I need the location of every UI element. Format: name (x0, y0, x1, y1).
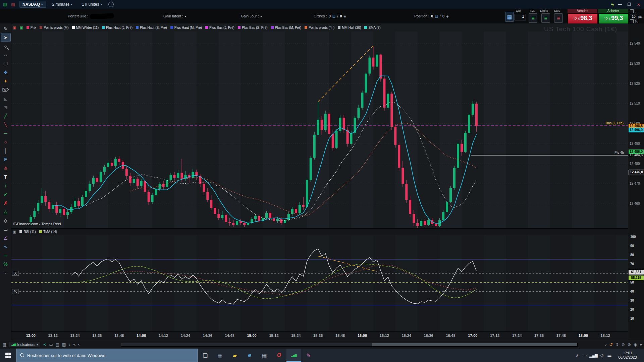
sell-button[interactable]: 12 4 98,3 (568, 13, 598, 24)
quantity-input[interactable]: 1 (515, 14, 526, 20)
copy-tool-icon[interactable]: ❐ (1, 59, 10, 68)
timeframe-dropdown[interactable]: 2 minutes ▾ (49, 1, 76, 8)
share-icon[interactable]: ≺ (43, 342, 46, 347)
tray-keyboard-icon[interactable]: ▬ (605, 353, 613, 357)
rect-tool-icon[interactable]: ▭ (1, 225, 10, 233)
eraser-tool-icon[interactable]: ▱ (1, 51, 10, 59)
cross-tool-icon[interactable]: ✗ (1, 199, 10, 207)
polygon-tool-icon[interactable]: ◇ (1, 216, 10, 225)
legend-item[interactable]: Plus Haut (M, Pré) (170, 26, 202, 29)
legend-item[interactable]: Prix (26, 26, 36, 29)
app-window-button[interactable]: ▦ (213, 349, 227, 362)
tray-expand-icon[interactable]: ∧ (573, 353, 581, 358)
trendline-up-icon[interactable]: ╱ (1, 112, 10, 120)
maximize-button[interactable]: ❐ (626, 1, 633, 7)
zoom-tool-icon[interactable]: ○ (1, 42, 10, 50)
angle-tool-icon[interactable]: ∠ (1, 234, 10, 242)
add-study-icon[interactable]: ▣ (19, 25, 23, 30)
more-tools-icon[interactable]: ⋯ (1, 268, 10, 277)
trading-app-button[interactable]: ▂▅▇ (286, 349, 301, 362)
close-button[interactable]: × (635, 1, 642, 7)
fast-forward-icon[interactable]: » (640, 342, 642, 347)
horizontal-line-icon[interactable]: ─ (1, 129, 10, 137)
orders-list-icon[interactable]: ▤ (332, 14, 335, 18)
price-chart[interactable]: Bas (J, Pré)Piv 4h (11, 32, 628, 228)
taskbar-search-input[interactable]: Rechercher sur le web et dans Windows (16, 349, 198, 362)
shape-dark-icon[interactable]: ◣ (1, 94, 10, 103)
order-ticket-icon[interactable]: ▦ (505, 12, 514, 22)
step-forward-icon[interactable]: › (605, 342, 607, 347)
start-button[interactable] (0, 349, 16, 362)
auto-scale-icon[interactable]: ⇕ (615, 342, 619, 347)
settings-tool-icon[interactable]: ✦ (1, 77, 10, 85)
l-checkbox[interactable] (630, 9, 634, 13)
fast-backward-icon[interactable]: « (73, 342, 75, 347)
text-tool-icon[interactable]: T (1, 173, 10, 181)
file-explorer-button[interactable]: ▰ (227, 349, 242, 362)
triangle-tool-icon[interactable]: △ (1, 207, 10, 216)
vertical-line-icon[interactable]: │ (1, 146, 10, 155)
move-tool-icon[interactable]: ✥ (1, 68, 10, 76)
legend-item[interactable]: MM Wilder (11) (72, 26, 99, 29)
zoom-out-icon[interactable]: ⊖ (622, 342, 625, 347)
cursor-tool-icon[interactable]: ➤ (1, 33, 10, 42)
legend-item[interactable]: RSI (11) (19, 230, 36, 234)
rsi-chart[interactable]: 6040 (11, 235, 628, 331)
wave-tool-icon[interactable]: ∿ (1, 242, 10, 251)
print-icon[interactable]: ▦ (62, 342, 66, 347)
legend-item[interactable]: MM Hull (30) (338, 26, 361, 29)
legend-item[interactable]: Points pivots (M) (40, 26, 68, 29)
units-dropdown[interactable]: 1 k unités ▾ (79, 1, 105, 8)
position-settings-icon[interactable]: ◈ (446, 14, 449, 18)
draw-tool-icon[interactable]: ✎ (1, 24, 10, 33)
ellipse-tool-icon[interactable]: ○ (1, 138, 10, 146)
limit-order-button[interactable]: ≣ (541, 13, 550, 23)
legend-item[interactable]: Points pivots (4h) (305, 26, 334, 29)
shape-dark2-icon[interactable]: ◥ (1, 103, 10, 111)
zoom-in-icon[interactable]: ⊕ (628, 342, 631, 347)
task-view-button[interactable]: ❏ (198, 349, 213, 362)
legend-item[interactable]: Plus Bas (S, Pré) (238, 26, 268, 29)
screen-icon[interactable]: ▭ (49, 342, 53, 347)
time-axis[interactable]: 13:0013:1213:2413:3613:4814:0014:1214:24… (11, 331, 628, 340)
legend-item[interactable]: Plus Haut (S, Pré) (136, 26, 167, 29)
chart-scrollbar[interactable] (121, 343, 578, 347)
check-tool-icon[interactable]: ✓ (1, 190, 10, 198)
position-list-icon[interactable]: ▤ (435, 14, 438, 18)
step-backward-icon[interactable]: ‹ (78, 342, 79, 347)
save-icon[interactable]: ↓ (68, 342, 70, 347)
trendline-down-icon[interactable]: ╲ (1, 120, 10, 129)
delete-tool-icon[interactable]: ⌦ (1, 85, 10, 94)
pts-input[interactable]: 10 (630, 14, 637, 19)
legend-item[interactable]: Plus Haut (J, Pré) (102, 26, 132, 29)
chart-scrollbar-thumb[interactable] (372, 343, 577, 346)
orders-settings-icon[interactable]: ◈ (344, 14, 346, 18)
chart-properties-icon[interactable]: ▣ (13, 25, 16, 30)
legend-item[interactable]: TMA (14) (39, 230, 57, 234)
to-order-button[interactable]: ≣ (529, 13, 537, 23)
opera-button[interactable]: O (272, 349, 286, 362)
percent-tool-icon[interactable]: % (1, 260, 10, 268)
buy-button[interactable]: 12 4 99,3 (598, 13, 629, 24)
tray-network-icon[interactable]: ▂▄▆ (589, 353, 597, 358)
reset-view-icon[interactable]: ↺ (609, 342, 613, 347)
arrow-up-tool-icon[interactable]: ↑ (1, 181, 10, 190)
stop-order-button[interactable]: ≣ (554, 13, 563, 23)
rsi-properties-icon[interactable]: ▣ (13, 230, 16, 234)
instrument-dropdown[interactable]: NASDAQ ▾ (19, 1, 46, 8)
sg-checkbox[interactable] (630, 19, 634, 23)
minimize-button[interactable]: — (616, 1, 623, 7)
screenshot-icon[interactable]: ◉ (634, 342, 637, 347)
fibonacci-tool-icon[interactable]: F (1, 155, 10, 164)
layout-icon[interactable]: ▦ (3, 342, 6, 347)
taskbar-clock[interactable]: 17:01 06/02/2023 (613, 351, 642, 360)
legend-item[interactable]: Plus Bas (M, Pré) (271, 26, 301, 29)
store-button[interactable]: ▦ (257, 349, 272, 362)
tray-display-icon[interactable]: ▭ (581, 353, 589, 358)
table-icon[interactable]: ▤ (56, 342, 59, 347)
price-axis[interactable]: 12 54012 53012 52012 51012 50012 49012 4… (628, 23, 644, 340)
pitchfork-tool-icon[interactable]: ⋔ (1, 164, 10, 172)
legend-item[interactable]: SMA (7) (364, 26, 380, 29)
legend-item[interactable]: Plus Bas (J, Pré) (205, 26, 234, 29)
indicators-dropdown[interactable]: ▂▅▇ Indicateurs ▾ (9, 342, 40, 347)
